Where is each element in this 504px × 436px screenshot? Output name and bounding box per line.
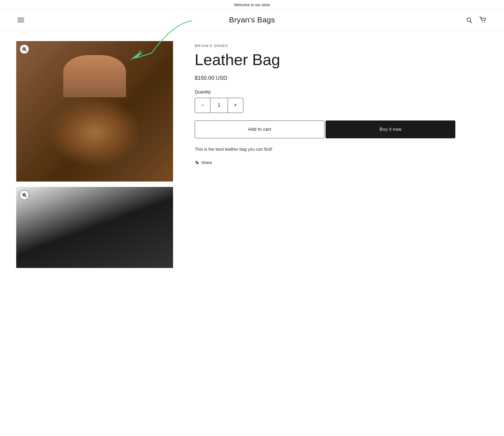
menu-icon[interactable]: [16, 16, 25, 24]
zoom-button-1[interactable]: [19, 44, 29, 54]
header-left: [16, 16, 25, 24]
site-title[interactable]: Bryan's Bags: [229, 16, 275, 24]
share-label: Share: [201, 160, 212, 165]
product-description: This is the best leather bag you can fin…: [195, 146, 488, 153]
product-details: BRYAN'S SHOES Leather Bag $150.00 USD Qu…: [195, 41, 488, 268]
quantity-label: Quantity: [195, 90, 488, 95]
svg-line-2: [470, 21, 472, 23]
product-image-2: [16, 187, 173, 268]
announcement-text: Welcome to our store: [234, 3, 270, 7]
cart-icon[interactable]: [478, 15, 488, 25]
product-image-1: [16, 41, 173, 182]
svg-point-3: [482, 22, 483, 23]
menu-line-3: [18, 22, 24, 22]
main-content: BRYAN'S SHOES Leather Bag $150.00 USD Qu…: [0, 30, 504, 279]
add-to-cart-button[interactable]: Add to cart: [195, 120, 324, 138]
svg-line-10: [25, 196, 26, 197]
quantity-decrease-button[interactable]: −: [195, 98, 210, 113]
share-button[interactable]: Share: [195, 160, 212, 165]
search-icon[interactable]: [465, 15, 474, 25]
buy-now-button[interactable]: Buy it now: [326, 120, 455, 138]
gallery-image-2: [16, 187, 173, 268]
svg-point-4: [484, 22, 485, 23]
product-gallery: [16, 41, 173, 268]
zoom-button-2[interactable]: [19, 190, 29, 200]
svg-line-6: [25, 50, 26, 51]
share-icon: [195, 160, 199, 165]
menu-line-2: [18, 20, 24, 20]
quantity-value: 1: [210, 98, 228, 113]
header-right: [465, 15, 488, 25]
brand-name: BRYAN'S SHOES: [195, 44, 488, 48]
quantity-increase-button[interactable]: +: [228, 98, 243, 113]
quantity-control: − 1 +: [195, 98, 243, 113]
product-title: Leather Bag: [195, 51, 488, 68]
gallery-image-1: [16, 41, 173, 182]
header: Bryan's Bags: [0, 10, 504, 30]
product-price: $150.00 USD: [195, 75, 488, 81]
announcement-bar: Welcome to our store: [0, 0, 504, 10]
menu-line-1: [18, 18, 24, 18]
